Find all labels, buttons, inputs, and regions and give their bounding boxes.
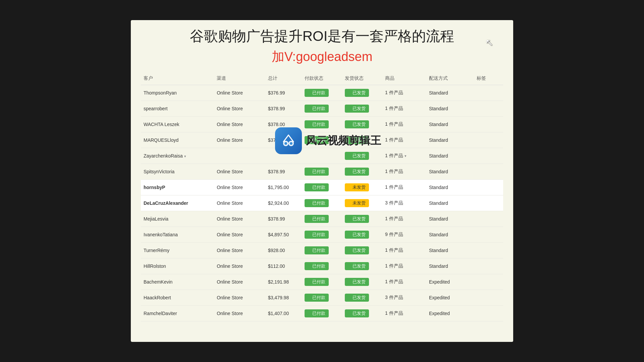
payment-badge: 已付款 xyxy=(305,89,329,97)
svg-point-4 xyxy=(284,142,287,145)
cell-shipping-status: 未发货 xyxy=(342,180,382,195)
cell-product: 1 件产品 xyxy=(382,258,426,274)
dropdown-arrow-icon[interactable]: ▾ xyxy=(184,154,186,158)
shipping-badge: 已发货 xyxy=(345,294,369,302)
table-row[interactable]: SpitsynVictoriaOnline Store$378.99已付款已发货… xyxy=(141,164,503,180)
cell-delivery: Standard xyxy=(426,164,474,180)
cell-total: $1,407.00 xyxy=(265,306,302,321)
payment-badge: 已付款 xyxy=(305,278,329,286)
payment-badge: 已付款 xyxy=(305,309,329,317)
cell-channel: Online Store xyxy=(214,195,265,211)
cell-product: 1 件产品 xyxy=(382,211,426,227)
cell-product: 1 件产品 xyxy=(382,85,426,101)
shipping-dot xyxy=(348,123,351,126)
cell-shipping-status: 已发货 xyxy=(342,211,382,227)
shipping-dot xyxy=(348,218,351,220)
cell-channel: Online Store xyxy=(214,306,265,321)
shipping-badge: 已发货 xyxy=(345,246,369,254)
table-row[interactable]: hornsbyPOnline Store$1,795.00已付款未发货1 件产品… xyxy=(141,180,503,195)
col-header-total: 总计 xyxy=(265,72,302,85)
shipping-dot xyxy=(348,170,351,173)
cell-label xyxy=(474,195,503,211)
shipping-badge: 未发货 xyxy=(345,183,369,191)
watermark-text: 风云视频剪辑王 xyxy=(306,133,381,148)
payment-badge: 已付款 xyxy=(305,294,329,302)
col-header-shipping: 发货状态 xyxy=(342,72,382,85)
payment-badge: 已付款 xyxy=(305,199,329,207)
shipping-dot xyxy=(348,92,351,94)
svg-point-5 xyxy=(290,142,292,145)
cell-label xyxy=(474,227,503,243)
payment-dot xyxy=(308,233,311,236)
table-row[interactable]: TurnerRémyOnline Store$928.00已付款已发货1 件产品… xyxy=(141,243,503,258)
cell-customer: RamchelDaviter xyxy=(141,306,214,321)
payment-dot xyxy=(308,312,311,315)
cell-delivery: Expedited xyxy=(426,306,474,321)
cell-shipping-status: 已发货 xyxy=(342,258,382,274)
cell-total: $378.99 xyxy=(265,101,302,117)
cell-channel: Online Store xyxy=(214,290,265,306)
shipping-badge: 已发货 xyxy=(345,89,369,97)
cell-product: 1 件产品 xyxy=(382,180,426,195)
cell-payment-status: 已付款 xyxy=(302,195,342,211)
cell-product: 9 件产品 xyxy=(382,227,426,243)
cell-label xyxy=(474,290,503,306)
cell-customer: SpitsynVictoria xyxy=(141,164,214,180)
cell-channel: Online Store xyxy=(214,243,265,258)
cell-shipping-status: 已发货 xyxy=(342,85,382,101)
cell-customer: TurnerRémy xyxy=(141,243,214,258)
cell-product: 1 件产品 xyxy=(382,117,426,132)
cell-total: $112.00 xyxy=(265,258,302,274)
cell-product: 1 件产品 xyxy=(382,101,426,117)
cell-delivery: Standard xyxy=(426,85,474,101)
cell-shipping-status: 已发货 xyxy=(342,243,382,258)
payment-dot xyxy=(308,107,311,110)
cell-total: $1,795.00 xyxy=(265,180,302,195)
cell-payment-status: 已付款 xyxy=(302,180,342,195)
cell-shipping-status: 已发货 xyxy=(342,306,382,321)
product-dropdown-icon[interactable]: ▾ xyxy=(405,154,407,158)
payment-dot xyxy=(308,186,311,189)
shipping-badge: 已发货 xyxy=(345,309,369,317)
watermark-icon xyxy=(275,127,302,154)
cell-product: 1 件产品 xyxy=(382,306,426,321)
shipping-dot xyxy=(348,296,351,299)
table-row[interactable]: RamchelDaviterOnline Store$1,407.00已付款已发… xyxy=(141,306,503,321)
table-row[interactable]: HillRolstonOnline Store$112.00已付款已发货1 件产… xyxy=(141,258,503,274)
cell-payment-status: 已付款 xyxy=(302,258,342,274)
table-row[interactable]: spearrobertOnline Store$378.99已付款已发货1 件产… xyxy=(141,101,503,117)
cell-channel: Online Store xyxy=(214,180,265,195)
product-count: 1 件产品 xyxy=(385,153,403,158)
cell-label xyxy=(474,180,503,195)
table-row[interactable]: BachemKevinOnline Store$2,191.98已付款已发货1 … xyxy=(141,274,503,290)
col-header-payment: 付款状态 xyxy=(302,72,342,85)
cell-customer: HillRolston xyxy=(141,258,214,274)
svg-line-2 xyxy=(283,135,288,142)
cell-total: $928.00 xyxy=(265,243,302,258)
cell-product: 3 件产品 xyxy=(382,195,426,211)
cell-channel: Online Store xyxy=(214,211,265,227)
cell-delivery: Standard xyxy=(426,211,474,227)
cell-customer: HaackRobert xyxy=(141,290,214,306)
cell-payment-status: 已付款 xyxy=(302,211,342,227)
shipping-badge: 已发货 xyxy=(345,278,369,286)
cell-payment-status: 已付款 xyxy=(302,101,342,117)
main-container: 谷歌购物广告提升ROI是有一套严格的流程 加V:googleadsem 客户 渠… xyxy=(131,20,513,342)
cell-payment-status: 已付款 xyxy=(302,306,342,321)
col-header-product: 商品 xyxy=(382,72,426,85)
shipping-dot xyxy=(348,186,351,189)
table-row[interactable]: IvanenkoTatianaOnline Store$4,897.50已付款已… xyxy=(141,227,503,243)
shipping-dot xyxy=(348,233,351,236)
cell-shipping-status: 已发货 xyxy=(342,274,382,290)
cell-label xyxy=(474,148,503,164)
cell-total: $378.99 xyxy=(265,164,302,180)
table-row[interactable]: DeLaCruzAlexanderOnline Store$2,924.00已付… xyxy=(141,195,503,211)
cell-shipping-status: 已发货 xyxy=(342,101,382,117)
table-row[interactable]: HaackRobertOnline Store$3,479.98已付款已发货3 … xyxy=(141,290,503,306)
table-row[interactable]: ThompsonRyanOnline Store$376.99已付款已发货1 件… xyxy=(141,85,503,101)
table-row[interactable]: MejiaLesviaOnline Store$378.99已付款已发货1 件产… xyxy=(141,211,503,227)
cell-channel: Online Store xyxy=(214,227,265,243)
cell-label xyxy=(474,164,503,180)
cell-payment-status: 已付款 xyxy=(302,290,342,306)
cell-customer: MARQUESLloyd xyxy=(141,132,214,148)
